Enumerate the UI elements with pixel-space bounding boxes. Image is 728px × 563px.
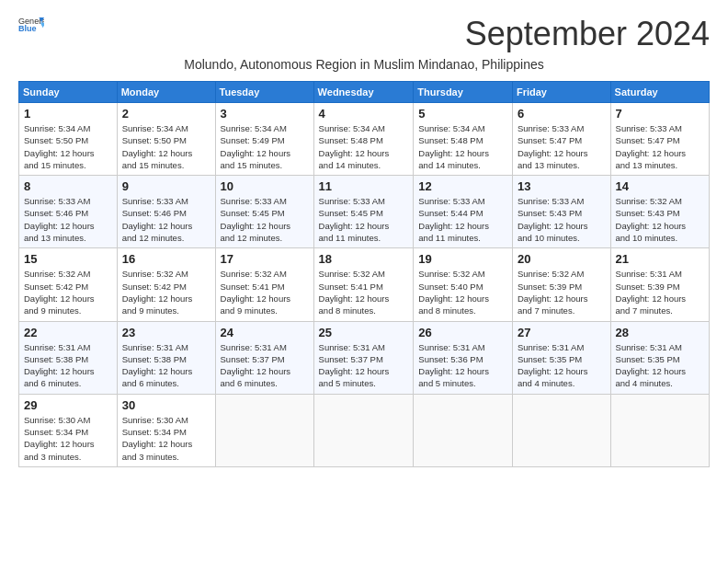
calendar-cell: 29Sunrise: 5:30 AM Sunset: 5:34 PM Dayli… xyxy=(19,394,118,466)
calendar-cell: 30Sunrise: 5:30 AM Sunset: 5:34 PM Dayli… xyxy=(117,394,215,466)
day-info: Sunrise: 5:31 AM Sunset: 5:39 PM Dayligh… xyxy=(616,268,704,316)
col-saturday: Saturday xyxy=(610,82,709,103)
calendar-cell: 22Sunrise: 5:31 AM Sunset: 5:38 PM Dayli… xyxy=(19,321,118,394)
day-info: Sunrise: 5:32 AM Sunset: 5:41 PM Dayligh… xyxy=(221,268,309,316)
day-number: 27 xyxy=(518,326,606,339)
col-wednesday: Wednesday xyxy=(313,82,414,103)
calendar-cell: 11Sunrise: 5:33 AM Sunset: 5:45 PM Dayli… xyxy=(313,176,414,248)
col-tuesday: Tuesday xyxy=(215,82,313,103)
day-number: 11 xyxy=(319,179,409,193)
day-info: Sunrise: 5:34 AM Sunset: 5:48 PM Dayligh… xyxy=(319,122,409,171)
day-number: 29 xyxy=(24,398,112,412)
day-info: Sunrise: 5:34 AM Sunset: 5:50 PM Dayligh… xyxy=(122,122,210,171)
calendar-cell: 17Sunrise: 5:32 AM Sunset: 5:41 PM Dayli… xyxy=(215,248,313,321)
day-number: 2 xyxy=(122,107,210,121)
calendar-table: Sunday Monday Tuesday Wednesday Thursday… xyxy=(18,81,710,467)
day-number: 28 xyxy=(616,326,704,339)
day-number: 20 xyxy=(518,252,606,266)
calendar-cell: 16Sunrise: 5:32 AM Sunset: 5:42 PM Dayli… xyxy=(117,248,215,321)
day-number: 10 xyxy=(221,179,309,193)
week-row-0: 1Sunrise: 5:34 AM Sunset: 5:50 PM Daylig… xyxy=(19,103,710,176)
day-number: 3 xyxy=(221,107,309,121)
day-number: 14 xyxy=(616,179,704,193)
day-info: Sunrise: 5:30 AM Sunset: 5:34 PM Dayligh… xyxy=(122,414,210,463)
day-number: 15 xyxy=(24,252,112,266)
calendar-cell xyxy=(610,394,709,466)
day-info: Sunrise: 5:33 AM Sunset: 5:46 PM Dayligh… xyxy=(24,195,112,244)
day-number: 23 xyxy=(122,326,210,339)
calendar-cell: 2Sunrise: 5:34 AM Sunset: 5:50 PM Daylig… xyxy=(117,103,215,176)
day-info: Sunrise: 5:32 AM Sunset: 5:41 PM Dayligh… xyxy=(319,268,409,316)
day-info: Sunrise: 5:33 AM Sunset: 5:43 PM Dayligh… xyxy=(518,195,606,244)
calendar-cell: 27Sunrise: 5:31 AM Sunset: 5:35 PM Dayli… xyxy=(512,321,610,394)
day-number: 4 xyxy=(319,107,409,121)
calendar-cell: 5Sunrise: 5:34 AM Sunset: 5:48 PM Daylig… xyxy=(414,103,513,176)
day-info: Sunrise: 5:31 AM Sunset: 5:35 PM Dayligh… xyxy=(518,341,606,390)
calendar-cell: 12Sunrise: 5:33 AM Sunset: 5:44 PM Dayli… xyxy=(414,176,513,248)
calendar-cell: 24Sunrise: 5:31 AM Sunset: 5:37 PM Dayli… xyxy=(215,321,313,394)
calendar-cell: 13Sunrise: 5:33 AM Sunset: 5:43 PM Dayli… xyxy=(512,176,610,248)
day-info: Sunrise: 5:33 AM Sunset: 5:45 PM Dayligh… xyxy=(319,195,409,244)
svg-text:Blue: Blue xyxy=(18,24,37,33)
col-sunday: Sunday xyxy=(19,82,118,103)
calendar-cell: 21Sunrise: 5:31 AM Sunset: 5:39 PM Dayli… xyxy=(610,248,709,321)
calendar-cell: 3Sunrise: 5:34 AM Sunset: 5:49 PM Daylig… xyxy=(215,103,313,176)
week-row-2: 15Sunrise: 5:32 AM Sunset: 5:42 PM Dayli… xyxy=(19,248,710,321)
day-info: Sunrise: 5:33 AM Sunset: 5:46 PM Dayligh… xyxy=(122,195,210,244)
day-info: Sunrise: 5:32 AM Sunset: 5:39 PM Dayligh… xyxy=(518,268,606,316)
day-info: Sunrise: 5:32 AM Sunset: 5:43 PM Dayligh… xyxy=(616,195,704,244)
calendar-cell: 9Sunrise: 5:33 AM Sunset: 5:46 PM Daylig… xyxy=(117,176,215,248)
days-of-week-row: Sunday Monday Tuesday Wednesday Thursday… xyxy=(19,82,710,103)
day-number: 13 xyxy=(518,179,606,193)
day-info: Sunrise: 5:31 AM Sunset: 5:36 PM Dayligh… xyxy=(418,341,507,390)
day-number: 30 xyxy=(122,398,210,412)
day-number: 19 xyxy=(418,252,507,266)
day-info: Sunrise: 5:31 AM Sunset: 5:38 PM Dayligh… xyxy=(24,341,112,390)
day-number: 21 xyxy=(616,252,704,266)
col-thursday: Thursday xyxy=(414,82,513,103)
day-number: 7 xyxy=(616,107,704,121)
day-info: Sunrise: 5:30 AM Sunset: 5:34 PM Dayligh… xyxy=(24,414,112,463)
calendar-cell: 25Sunrise: 5:31 AM Sunset: 5:37 PM Dayli… xyxy=(313,321,414,394)
calendar-cell: 15Sunrise: 5:32 AM Sunset: 5:42 PM Dayli… xyxy=(19,248,118,321)
subtitle: Molundo, Autonomous Region in Muslim Min… xyxy=(18,57,710,72)
day-info: Sunrise: 5:31 AM Sunset: 5:35 PM Dayligh… xyxy=(616,341,704,390)
day-number: 24 xyxy=(221,326,309,339)
calendar-cell: 28Sunrise: 5:31 AM Sunset: 5:35 PM Dayli… xyxy=(610,321,709,394)
calendar-cell: 7Sunrise: 5:33 AM Sunset: 5:47 PM Daylig… xyxy=(610,103,709,176)
calendar-cell: 19Sunrise: 5:32 AM Sunset: 5:40 PM Dayli… xyxy=(414,248,513,321)
col-monday: Monday xyxy=(117,82,215,103)
calendar-cell: 23Sunrise: 5:31 AM Sunset: 5:38 PM Dayli… xyxy=(117,321,215,394)
day-number: 16 xyxy=(122,252,210,266)
day-number: 22 xyxy=(24,326,112,339)
logo: General Blue xyxy=(18,15,44,33)
calendar-cell xyxy=(414,394,513,466)
day-info: Sunrise: 5:34 AM Sunset: 5:50 PM Dayligh… xyxy=(24,122,112,171)
calendar-cell: 18Sunrise: 5:32 AM Sunset: 5:41 PM Dayli… xyxy=(313,248,414,321)
calendar-cell: 14Sunrise: 5:32 AM Sunset: 5:43 PM Dayli… xyxy=(610,176,709,248)
day-number: 1 xyxy=(24,107,112,121)
calendar-cell xyxy=(512,394,610,466)
calendar-cell: 10Sunrise: 5:33 AM Sunset: 5:45 PM Dayli… xyxy=(215,176,313,248)
week-row-1: 8Sunrise: 5:33 AM Sunset: 5:46 PM Daylig… xyxy=(19,176,710,248)
day-info: Sunrise: 5:31 AM Sunset: 5:37 PM Dayligh… xyxy=(319,341,409,390)
day-info: Sunrise: 5:33 AM Sunset: 5:47 PM Dayligh… xyxy=(616,122,704,171)
calendar-cell: 26Sunrise: 5:31 AM Sunset: 5:36 PM Dayli… xyxy=(414,321,513,394)
day-number: 25 xyxy=(319,326,409,339)
month-title: September 2024 xyxy=(465,15,710,53)
day-info: Sunrise: 5:32 AM Sunset: 5:42 PM Dayligh… xyxy=(122,268,210,316)
logo-svg: General Blue xyxy=(18,15,44,33)
calendar-cell: 20Sunrise: 5:32 AM Sunset: 5:39 PM Dayli… xyxy=(512,248,610,321)
day-number: 18 xyxy=(319,252,409,266)
day-info: Sunrise: 5:33 AM Sunset: 5:44 PM Dayligh… xyxy=(418,195,507,244)
day-info: Sunrise: 5:34 AM Sunset: 5:48 PM Dayligh… xyxy=(418,122,507,171)
day-info: Sunrise: 5:33 AM Sunset: 5:47 PM Dayligh… xyxy=(518,122,606,171)
day-number: 6 xyxy=(518,107,606,121)
day-number: 12 xyxy=(418,179,507,193)
day-number: 17 xyxy=(221,252,309,266)
week-row-3: 22Sunrise: 5:31 AM Sunset: 5:38 PM Dayli… xyxy=(19,321,710,394)
calendar-cell: 1Sunrise: 5:34 AM Sunset: 5:50 PM Daylig… xyxy=(19,103,118,176)
col-friday: Friday xyxy=(512,82,610,103)
header: General Blue September 2024 xyxy=(18,15,710,53)
calendar-cell: 6Sunrise: 5:33 AM Sunset: 5:47 PM Daylig… xyxy=(512,103,610,176)
